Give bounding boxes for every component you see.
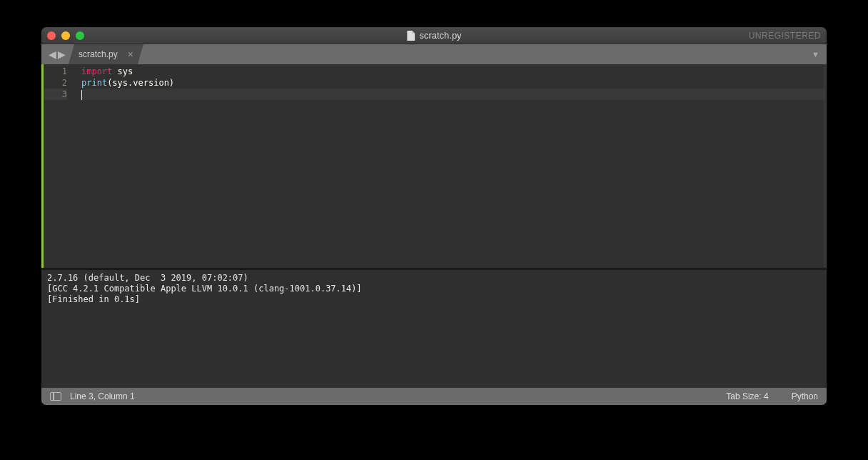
window-title: scratch.py — [406, 30, 461, 41]
registration-status: UNREGISTERED — [749, 31, 821, 41]
code-line[interactable] — [81, 89, 824, 100]
tab-scratch[interactable]: scratch.py × — [69, 44, 143, 64]
line-number-gutter: 123 — [41, 64, 76, 268]
titlebar[interactable]: scratch.py UNREGISTERED — [41, 27, 827, 44]
editor-window: scratch.py UNREGISTERED ◀ ▶ scratch.py ×… — [41, 27, 827, 405]
tab-label: scratch.py — [79, 49, 118, 59]
code-content[interactable]: import sysprint(sys.version) — [76, 64, 824, 268]
code-token: sys — [118, 66, 133, 76]
close-button[interactable] — [47, 31, 56, 40]
tab-nav: ◀ ▶ — [47, 44, 70, 64]
syntax-indicator[interactable]: Python — [792, 391, 818, 401]
tab-size-indicator[interactable]: Tab Size: 4 — [726, 391, 768, 401]
editor-area[interactable]: 123 import sysprint(sys.version) — [41, 64, 827, 268]
status-bar: Line 3, Column 1 Tab Size: 4 Python — [41, 388, 827, 405]
maximize-button[interactable] — [76, 31, 84, 40]
line-number[interactable]: 2 — [44, 77, 67, 89]
text-cursor — [81, 90, 82, 100]
file-icon — [406, 31, 415, 41]
tab-bar: ◀ ▶ scratch.py × ▼ — [41, 44, 827, 64]
build-output-panel[interactable]: 2.7.16 (default, Dec 3 2019, 07:02:07) [… — [41, 270, 827, 388]
code-token: ) — [169, 78, 174, 88]
tab-next-icon[interactable]: ▶ — [58, 49, 66, 59]
code-line[interactable]: print(sys.version) — [81, 77, 824, 89]
code-line[interactable]: import sys — [81, 66, 824, 77]
minimize-button[interactable] — [61, 31, 70, 40]
panel-switcher-icon[interactable] — [50, 392, 61, 401]
tab-prev-icon[interactable]: ◀ — [49, 49, 56, 59]
cursor-position[interactable]: Line 3, Column 1 — [70, 391, 135, 401]
code-token: version — [133, 78, 169, 88]
traffic-lights — [47, 31, 84, 40]
tab-close-icon[interactable]: × — [128, 49, 133, 60]
code-token: sys — [112, 78, 128, 88]
title-filename: scratch.py — [419, 30, 461, 41]
minimap-edge — [824, 64, 827, 268]
code-token — [112, 66, 117, 76]
line-number[interactable]: 3 — [44, 89, 67, 100]
tab-dropdown-icon[interactable]: ▼ — [812, 50, 819, 59]
code-token: print — [81, 78, 107, 88]
line-number[interactable]: 1 — [44, 66, 67, 77]
code-token: import — [81, 66, 112, 76]
status-right: Tab Size: 4 Python — [726, 391, 818, 401]
